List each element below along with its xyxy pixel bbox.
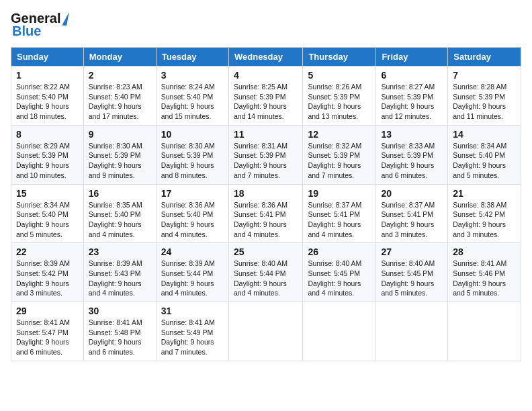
day-number: 12	[308, 129, 371, 140]
day-info: Sunrise: 8:30 AM Sunset: 5:39 PM Dayligh…	[89, 141, 151, 181]
calendar-cell: 4 Sunrise: 8:25 AM Sunset: 5:39 PM Dayli…	[228, 66, 302, 126]
calendar-header-wednesday: Wednesday	[228, 48, 302, 66]
day-number: 7	[453, 70, 516, 81]
calendar-body: 1 Sunrise: 8:22 AM Sunset: 5:40 PM Dayli…	[11, 66, 521, 361]
day-info: Sunrise: 8:39 AM Sunset: 5:43 PM Dayligh…	[89, 259, 151, 298]
calendar-cell: 25 Sunrise: 8:40 AM Sunset: 5:44 PM Dayl…	[228, 243, 302, 302]
calendar-cell: 2 Sunrise: 8:23 AM Sunset: 5:40 PM Dayli…	[83, 66, 156, 126]
day-info: Sunrise: 8:37 AM Sunset: 5:41 PM Dayligh…	[381, 200, 443, 240]
day-info: Sunrise: 8:31 AM Sunset: 5:39 PM Dayligh…	[234, 141, 298, 181]
day-number: 17	[161, 188, 224, 199]
day-info: Sunrise: 8:24 AM Sunset: 5:40 PM Dayligh…	[161, 82, 224, 122]
calendar-cell: 15 Sunrise: 8:34 AM Sunset: 5:40 PM Dayl…	[11, 184, 84, 243]
day-number: 24	[161, 246, 224, 257]
day-info: Sunrise: 8:40 AM Sunset: 5:45 PM Dayligh…	[381, 259, 443, 298]
calendar-week-row: 15 Sunrise: 8:34 AM Sunset: 5:40 PM Dayl…	[11, 184, 521, 243]
day-number: 8	[16, 129, 79, 140]
calendar-cell: 17 Sunrise: 8:36 AM Sunset: 5:40 PM Dayl…	[156, 184, 228, 243]
day-info: Sunrise: 8:40 AM Sunset: 5:44 PM Dayligh…	[234, 259, 298, 298]
calendar-table: SundayMondayTuesdayWednesdayThursdayFrid…	[11, 47, 521, 361]
calendar-cell	[448, 302, 521, 361]
day-info: Sunrise: 8:40 AM Sunset: 5:45 PM Dayligh…	[308, 259, 371, 298]
calendar-header-saturday: Saturday	[448, 48, 521, 66]
calendar-cell: 26 Sunrise: 8:40 AM Sunset: 5:45 PM Dayl…	[303, 243, 376, 302]
calendar-cell: 27 Sunrise: 8:40 AM Sunset: 5:45 PM Dayl…	[376, 243, 448, 302]
day-number: 10	[161, 129, 224, 140]
day-number: 11	[234, 129, 298, 140]
calendar-cell: 12 Sunrise: 8:32 AM Sunset: 5:39 PM Dayl…	[303, 125, 376, 184]
calendar-cell: 8 Sunrise: 8:29 AM Sunset: 5:39 PM Dayli…	[11, 125, 84, 184]
day-info: Sunrise: 8:41 AM Sunset: 5:49 PM Dayligh…	[161, 318, 224, 357]
day-info: Sunrise: 8:28 AM Sunset: 5:39 PM Dayligh…	[453, 82, 516, 122]
calendar-cell: 23 Sunrise: 8:39 AM Sunset: 5:43 PM Dayl…	[83, 243, 156, 302]
calendar-cell: 13 Sunrise: 8:33 AM Sunset: 5:39 PM Dayl…	[376, 125, 448, 184]
day-number: 28	[453, 246, 516, 257]
calendar-cell: 21 Sunrise: 8:38 AM Sunset: 5:42 PM Dayl…	[448, 184, 521, 243]
day-number: 15	[16, 188, 79, 199]
day-number: 1	[16, 70, 79, 81]
day-number: 29	[16, 306, 79, 316]
calendar-cell: 29 Sunrise: 8:41 AM Sunset: 5:47 PM Dayl…	[11, 302, 84, 361]
day-info: Sunrise: 8:41 AM Sunset: 5:48 PM Dayligh…	[89, 318, 151, 357]
day-info: Sunrise: 8:33 AM Sunset: 5:39 PM Dayligh…	[381, 141, 443, 181]
day-number: 31	[161, 306, 224, 316]
day-number: 4	[234, 70, 298, 81]
day-info: Sunrise: 8:34 AM Sunset: 5:40 PM Dayligh…	[16, 200, 79, 240]
day-number: 20	[381, 188, 443, 199]
day-info: Sunrise: 8:25 AM Sunset: 5:39 PM Dayligh…	[234, 82, 298, 122]
calendar-cell: 6 Sunrise: 8:27 AM Sunset: 5:39 PM Dayli…	[376, 66, 448, 126]
calendar-week-row: 1 Sunrise: 8:22 AM Sunset: 5:40 PM Dayli…	[11, 66, 521, 126]
day-number: 27	[381, 246, 443, 257]
calendar-cell: 18 Sunrise: 8:36 AM Sunset: 5:41 PM Dayl…	[228, 184, 302, 243]
calendar-cell	[228, 302, 302, 361]
day-info: Sunrise: 8:36 AM Sunset: 5:41 PM Dayligh…	[234, 200, 298, 240]
day-number: 14	[453, 129, 516, 140]
calendar-cell: 14 Sunrise: 8:34 AM Sunset: 5:40 PM Dayl…	[448, 125, 521, 184]
calendar-header-tuesday: Tuesday	[156, 48, 228, 66]
page-header: General Blue	[11, 11, 521, 39]
calendar-cell: 10 Sunrise: 8:30 AM Sunset: 5:39 PM Dayl…	[156, 125, 228, 184]
day-number: 30	[89, 306, 151, 316]
day-info: Sunrise: 8:37 AM Sunset: 5:41 PM Dayligh…	[308, 200, 371, 240]
day-info: Sunrise: 8:22 AM Sunset: 5:40 PM Dayligh…	[16, 82, 79, 122]
day-info: Sunrise: 8:36 AM Sunset: 5:40 PM Dayligh…	[161, 200, 224, 240]
day-number: 21	[453, 188, 516, 199]
calendar-cell	[303, 302, 376, 361]
logo-blue: Blue	[12, 24, 41, 39]
calendar-header-row: SundayMondayTuesdayWednesdayThursdayFrid…	[11, 48, 521, 66]
calendar-header-monday: Monday	[83, 48, 156, 66]
day-number: 2	[89, 70, 151, 81]
calendar-week-row: 29 Sunrise: 8:41 AM Sunset: 5:47 PM Dayl…	[11, 302, 521, 361]
day-number: 18	[234, 188, 298, 199]
day-number: 19	[308, 188, 371, 199]
day-number: 26	[308, 246, 371, 257]
day-info: Sunrise: 8:29 AM Sunset: 5:39 PM Dayligh…	[16, 141, 79, 181]
logo: General Blue	[11, 11, 68, 39]
calendar-week-row: 8 Sunrise: 8:29 AM Sunset: 5:39 PM Dayli…	[11, 125, 521, 184]
day-number: 5	[308, 70, 371, 81]
logo-triangle-icon	[62, 12, 70, 26]
day-number: 13	[381, 129, 443, 140]
calendar-cell: 19 Sunrise: 8:37 AM Sunset: 5:41 PM Dayl…	[303, 184, 376, 243]
day-number: 25	[234, 246, 298, 257]
calendar-cell: 9 Sunrise: 8:30 AM Sunset: 5:39 PM Dayli…	[83, 125, 156, 184]
calendar-cell: 28 Sunrise: 8:41 AM Sunset: 5:46 PM Dayl…	[448, 243, 521, 302]
calendar-header-thursday: Thursday	[303, 48, 376, 66]
calendar-cell: 1 Sunrise: 8:22 AM Sunset: 5:40 PM Dayli…	[11, 66, 84, 126]
day-info: Sunrise: 8:34 AM Sunset: 5:40 PM Dayligh…	[453, 141, 516, 181]
day-info: Sunrise: 8:35 AM Sunset: 5:40 PM Dayligh…	[89, 200, 151, 240]
day-info: Sunrise: 8:27 AM Sunset: 5:39 PM Dayligh…	[381, 82, 443, 122]
day-info: Sunrise: 8:23 AM Sunset: 5:40 PM Dayligh…	[89, 82, 151, 122]
day-info: Sunrise: 8:41 AM Sunset: 5:47 PM Dayligh…	[16, 318, 79, 357]
day-info: Sunrise: 8:26 AM Sunset: 5:39 PM Dayligh…	[308, 82, 371, 122]
day-number: 3	[161, 70, 224, 81]
calendar-cell: 16 Sunrise: 8:35 AM Sunset: 5:40 PM Dayl…	[83, 184, 156, 243]
day-info: Sunrise: 8:30 AM Sunset: 5:39 PM Dayligh…	[161, 141, 224, 181]
calendar-header-sunday: Sunday	[11, 48, 84, 66]
calendar-cell: 22 Sunrise: 8:39 AM Sunset: 5:42 PM Dayl…	[11, 243, 84, 302]
calendar-cell: 5 Sunrise: 8:26 AM Sunset: 5:39 PM Dayli…	[303, 66, 376, 126]
day-number: 16	[89, 188, 151, 199]
calendar-cell	[376, 302, 448, 361]
calendar-cell: 3 Sunrise: 8:24 AM Sunset: 5:40 PM Dayli…	[156, 66, 228, 126]
day-number: 22	[16, 246, 79, 257]
